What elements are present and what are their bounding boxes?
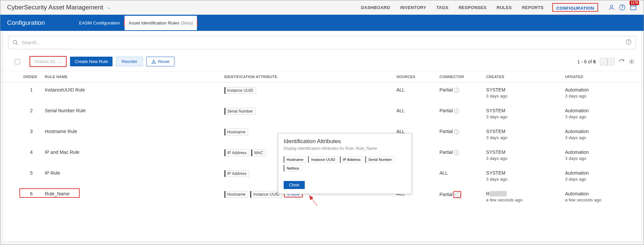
create-new-rule-button[interactable]: Create New Rule xyxy=(70,57,113,66)
settings-gear-icon[interactable] xyxy=(629,59,635,65)
table-row[interactable]: 2Serial Number RuleSerial NumberALLParti… xyxy=(3,103,641,124)
col-updated[interactable]: UPDATED xyxy=(562,71,641,82)
updated-time: a few seconds ago xyxy=(565,197,639,202)
tab-asset-id-rules-label: Asset Identification Rules xyxy=(129,20,180,25)
popup-chip: Hostname xyxy=(284,156,306,163)
info-icon[interactable]: i xyxy=(454,88,459,93)
connector-value: Partial xyxy=(439,192,453,197)
popup-chip-row: HostnameInstance UUIDIP AddressSerial Nu… xyxy=(284,156,406,172)
pagination: 1 - 6 of 6 ‹ › xyxy=(577,58,635,65)
select-all-checkbox[interactable] xyxy=(15,59,20,64)
tab-easm-config[interactable]: EASM Configuration xyxy=(75,16,124,30)
col-rulename[interactable]: RULE NAME xyxy=(42,71,222,82)
inbox-icon[interactable]: 1178 xyxy=(630,4,637,11)
col-order[interactable]: ORDER xyxy=(21,71,42,82)
updated-by: Automation xyxy=(565,129,639,134)
info-icon[interactable]: i xyxy=(454,129,459,134)
updated-time: 3 days ago xyxy=(565,177,639,182)
popup-close-button[interactable]: Close xyxy=(284,181,305,189)
rule-name: IP Rule xyxy=(42,166,222,186)
nav-item-inventory[interactable]: INVENTORY xyxy=(399,1,428,14)
created-time: 3 days ago xyxy=(486,135,560,140)
notification-badge: 1178 xyxy=(630,1,639,5)
col-attribute[interactable]: IDENTIFICATION ATTRIBUTE xyxy=(222,71,394,82)
connector-value: ALL xyxy=(439,170,448,176)
created-by: SYSTEM xyxy=(486,87,560,93)
page-title: Configuration xyxy=(7,19,45,26)
user-icon[interactable] xyxy=(608,4,615,11)
beta-suffix: (Beta) xyxy=(181,20,193,25)
created-time: 3 days ago xyxy=(486,156,560,161)
attribute-chip: Instance UUID xyxy=(250,191,282,198)
created-time: 3 days ago xyxy=(486,94,560,99)
rule-name: Hostname Rule xyxy=(42,124,222,145)
attribute-chip: Hostname xyxy=(224,129,248,135)
app-title: CyberSecurity Asset Management xyxy=(7,4,103,11)
created-by: SYSTEM xyxy=(486,149,560,155)
popup-chip: Serial Number xyxy=(365,156,395,163)
highlight-box-info: i xyxy=(453,191,461,198)
updated-by: Automation xyxy=(565,170,639,176)
search-input[interactable] xyxy=(22,40,626,45)
tab-asset-id-rules[interactable]: Asset Identification Rules (Beta) xyxy=(125,16,197,30)
col-connector[interactable]: CONNECTOR xyxy=(437,71,483,82)
created-by: SYSTEM xyxy=(486,108,560,113)
pager-next-button[interactable]: › xyxy=(607,58,615,65)
highlight-box-row xyxy=(19,188,80,198)
updated-time: 3 days ago xyxy=(565,135,639,140)
attributes-popup: Identification Attributes Display Identi… xyxy=(278,133,412,194)
svg-point-2 xyxy=(622,9,623,9)
refresh-icon[interactable] xyxy=(619,59,625,65)
info-icon[interactable]: i xyxy=(454,150,459,155)
app-switcher-chevron-icon[interactable]: ⌄ xyxy=(107,5,111,10)
nav-item-tags[interactable]: TAGS xyxy=(435,1,450,14)
info-icon[interactable]: i xyxy=(454,109,459,114)
svg-point-0 xyxy=(611,5,613,7)
popup-chip: Instance UUID xyxy=(308,156,338,163)
table-row[interactable]: 1InstanceUUID RuleInstance UUIDALLPartia… xyxy=(3,82,641,104)
nav-item-rules[interactable]: RULES xyxy=(495,1,513,14)
config-bar: Configuration EASM Configuration Asset I… xyxy=(0,15,644,31)
top-header: CyberSecurity Asset Management ⌄ DASHBOA… xyxy=(0,0,644,15)
connector-value: Partial xyxy=(439,129,453,134)
actions-dropdown[interactable]: Actions (0) ⌄ xyxy=(30,57,66,66)
search-help-icon[interactable] xyxy=(626,39,632,46)
col-created[interactable]: CREATED xyxy=(484,71,563,82)
info-icon[interactable]: i xyxy=(455,192,460,197)
svg-line-4 xyxy=(16,43,18,45)
svg-point-6 xyxy=(629,43,629,44)
pager-prev-button[interactable]: ‹ xyxy=(600,58,607,65)
header-icons: 1178 xyxy=(608,4,637,11)
reorder-button[interactable]: Reorder xyxy=(116,57,143,66)
reset-button[interactable]: Reset xyxy=(146,57,174,66)
attribute-chip: Hostname xyxy=(224,191,248,198)
nav-item-dashboard[interactable]: DASHBOARD xyxy=(360,1,391,14)
updated-time: 3 days ago xyxy=(565,156,639,161)
created-time: 3 days ago xyxy=(486,114,560,119)
order-value: 3 xyxy=(30,129,33,134)
help-icon[interactable] xyxy=(619,4,626,11)
updated-by: Automation xyxy=(565,87,639,93)
popup-chip: IP Address xyxy=(340,156,363,163)
highlight-box-nav: CONFIGURATION xyxy=(552,3,598,12)
col-sources[interactable]: SOURCES xyxy=(394,71,437,82)
nav-item-responses[interactable]: RESPONSES xyxy=(457,1,488,14)
attribute-chip: Instance UUID xyxy=(224,87,256,94)
svg-point-3 xyxy=(13,40,17,44)
rule-name: InstanceUUID Rule xyxy=(42,82,222,104)
connector-value: Partial xyxy=(439,108,453,113)
popup-chip: Netbios xyxy=(284,165,302,172)
reset-label: Reset xyxy=(158,59,169,64)
search-icon xyxy=(12,40,18,46)
sources-value: ALL xyxy=(394,82,437,104)
nav-item-reports[interactable]: REPORTS xyxy=(520,1,545,14)
rule-name: Serial Number Rule xyxy=(42,103,222,124)
nav-item-configuration[interactable]: CONFIGURATION xyxy=(555,2,595,16)
toolbar: Actions (0) ⌄ Create New Rule Reorder Re… xyxy=(3,54,641,71)
updated-time: 3 days ago xyxy=(565,114,639,119)
created-time: 3 days ago xyxy=(486,177,560,182)
attribute-chip: Serial Number xyxy=(224,108,256,115)
svg-point-9 xyxy=(631,61,633,62)
connector-value: Partial xyxy=(439,87,453,93)
created-by: Rx xyxy=(486,191,560,196)
